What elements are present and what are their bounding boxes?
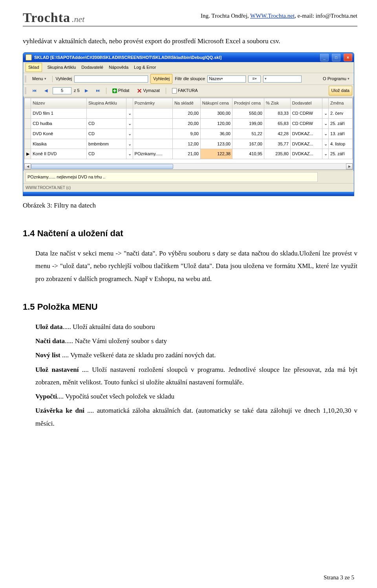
delete-button[interactable]: Vymazat xyxy=(134,86,162,96)
table-row[interactable]: ▶Koně II DVDCD⌄POznkamy......21,00122,38… xyxy=(25,149,353,159)
scroll-right-button[interactable]: ▶ xyxy=(346,164,353,169)
table-cell[interactable]: 550,00 xyxy=(232,108,264,118)
column-header[interactable]: Prodejní cena xyxy=(232,98,264,108)
faktura-button[interactable]: FAKTURA xyxy=(169,86,201,96)
table-cell[interactable] xyxy=(133,129,172,139)
table-cell[interactable]: 122,38 xyxy=(200,149,232,159)
table-row[interactable]: DVD KoněCD⌄9,0036,0051,2242,28DVDKAZ...⌄… xyxy=(25,129,353,139)
minimize-button[interactable]: _ xyxy=(320,53,329,61)
table-row[interactable]: CD hudbaCD⌄20,00120,00199,0065,83CD CDRW… xyxy=(25,118,353,129)
table-cell[interactable]: bmbmbnm xyxy=(87,139,126,149)
table-cell[interactable]: DVDKAZ... xyxy=(290,129,322,139)
nav-next-button[interactable] xyxy=(82,86,91,96)
filter-column-select[interactable]: Nazev xyxy=(207,75,246,83)
table-cell[interactable]: POznkamy...... xyxy=(133,149,172,159)
table-cell[interactable]: DVDKAZ... xyxy=(290,139,322,149)
table-cell[interactable]: CD CDRW xyxy=(290,118,322,129)
scroll-thumb[interactable] xyxy=(31,164,173,169)
table-cell[interactable] xyxy=(25,139,31,149)
column-header[interactable] xyxy=(322,98,328,108)
table-cell[interactable]: CD xyxy=(87,129,126,139)
table-cell[interactable]: 20,00 xyxy=(172,108,200,118)
column-header[interactable] xyxy=(126,98,133,108)
table-cell[interactable]: 25. září xyxy=(329,149,353,159)
table-cell[interactable] xyxy=(133,118,172,129)
table-cell[interactable]: 21,00 xyxy=(172,149,200,159)
maximize-button[interactable]: □ xyxy=(332,53,340,61)
table-cell[interactable]: ⌄ xyxy=(322,139,328,149)
filter-operator-select[interactable]: = xyxy=(248,75,261,83)
filter-value-select[interactable] xyxy=(263,75,302,83)
close-button[interactable]: × xyxy=(344,53,352,61)
table-cell[interactable]: ⌄ xyxy=(126,149,133,159)
nav-first-button[interactable] xyxy=(29,86,39,96)
table-cell[interactable] xyxy=(133,108,172,118)
data-grid[interactable]: NázevSkupina ArtikluPoznámkyNa skladěNák… xyxy=(24,97,353,170)
table-cell[interactable]: 410,95 xyxy=(232,149,264,159)
column-header[interactable]: Název xyxy=(31,98,87,108)
table-cell[interactable]: 35,77 xyxy=(264,139,290,149)
search-input[interactable] xyxy=(74,75,148,83)
table-cell[interactable] xyxy=(133,139,172,149)
table-cell[interactable]: 4. listop xyxy=(329,139,353,149)
horizontal-scrollbar[interactable]: ◀ ▶ xyxy=(24,163,353,169)
table-cell[interactable]: 123,00 xyxy=(200,139,232,149)
column-header[interactable]: Dodavatel xyxy=(290,98,322,108)
table-cell[interactable]: ⌄ xyxy=(322,149,328,159)
table-cell[interactable]: DVD Koně xyxy=(31,129,87,139)
table-cell[interactable]: ⌄ xyxy=(126,108,133,118)
page-current-input[interactable]: 5 xyxy=(53,87,71,94)
column-header[interactable]: Poznámky xyxy=(133,98,172,108)
table-cell[interactable]: 13. září xyxy=(329,129,353,139)
table-cell[interactable]: 2. červ xyxy=(329,108,353,118)
menu-item-napoveda[interactable]: Nápověda xyxy=(109,63,128,72)
about-button[interactable]: O Programu xyxy=(320,74,352,84)
table-cell[interactable]: 36,00 xyxy=(200,129,232,139)
table-cell[interactable]: ⌄ xyxy=(126,139,133,149)
search-button[interactable]: Vyhledej xyxy=(150,74,172,84)
table-cell[interactable]: ▶ xyxy=(25,149,31,159)
nav-prev-button[interactable] xyxy=(42,86,50,96)
table-cell[interactable]: 120,00 xyxy=(200,118,232,129)
column-header[interactable]: Nákupní cena xyxy=(200,98,232,108)
table-cell[interactable]: ⌄ xyxy=(126,129,133,139)
table-cell[interactable]: Koně II DVD xyxy=(31,149,87,159)
table-cell[interactable]: 25. září xyxy=(329,118,353,129)
table-cell[interactable]: 51,22 xyxy=(232,129,264,139)
table-cell[interactable] xyxy=(25,129,31,139)
table-cell[interactable]: 65,83 xyxy=(264,118,290,129)
table-cell[interactable]: 199,00 xyxy=(232,118,264,129)
table-cell[interactable]: ⌄ xyxy=(322,108,328,118)
table-cell[interactable]: DVD film 1 xyxy=(31,108,87,118)
menu-dropdown-button[interactable]: Menu xyxy=(29,74,49,84)
column-header[interactable]: Skupina Artiklu xyxy=(87,98,126,108)
column-header[interactable] xyxy=(25,98,31,108)
table-cell[interactable]: 300,00 xyxy=(200,108,232,118)
table-cell[interactable]: 9,00 xyxy=(172,129,200,139)
menu-item-dodavatele[interactable]: Dodavatelé xyxy=(81,63,103,72)
table-cell[interactable]: ⌄ xyxy=(126,118,133,129)
header-url-link[interactable]: WWW.Trochta.net xyxy=(250,13,295,19)
table-cell[interactable]: 42,28 xyxy=(264,129,290,139)
table-cell[interactable]: 167,00 xyxy=(232,139,264,149)
column-header[interactable]: Změna xyxy=(329,98,353,108)
table-cell[interactable]: ⌄ xyxy=(322,129,328,139)
menu-item-skupina[interactable]: Skupina Artiklu xyxy=(48,63,76,72)
table-cell[interactable] xyxy=(87,108,126,118)
save-data-button[interactable]: Ulož data xyxy=(329,86,352,96)
scroll-left-button[interactable]: ◀ xyxy=(24,164,31,169)
add-button[interactable]: Přidat xyxy=(110,86,132,96)
nav-last-button[interactable] xyxy=(93,86,103,96)
menu-item-log[interactable]: Log & Error xyxy=(134,63,156,72)
table-cell[interactable] xyxy=(25,118,31,129)
table-cell[interactable] xyxy=(25,108,31,118)
table-cell[interactable]: CD CDRW xyxy=(290,108,322,118)
table-row[interactable]: Klasikabmbmbnm⌄12,00123,00167,0035,77DVD… xyxy=(25,139,353,149)
table-cell[interactable]: DVDKAZ... xyxy=(290,149,322,159)
table-cell[interactable]: 12,00 xyxy=(172,139,200,149)
column-header[interactable]: % Zisk xyxy=(264,98,290,108)
table-cell[interactable]: ⌄ xyxy=(322,118,328,129)
table-cell[interactable]: Klasika xyxy=(31,139,87,149)
table-cell[interactable]: CD xyxy=(87,149,126,159)
menu-item-sklad[interactable]: Sklad xyxy=(26,63,42,72)
